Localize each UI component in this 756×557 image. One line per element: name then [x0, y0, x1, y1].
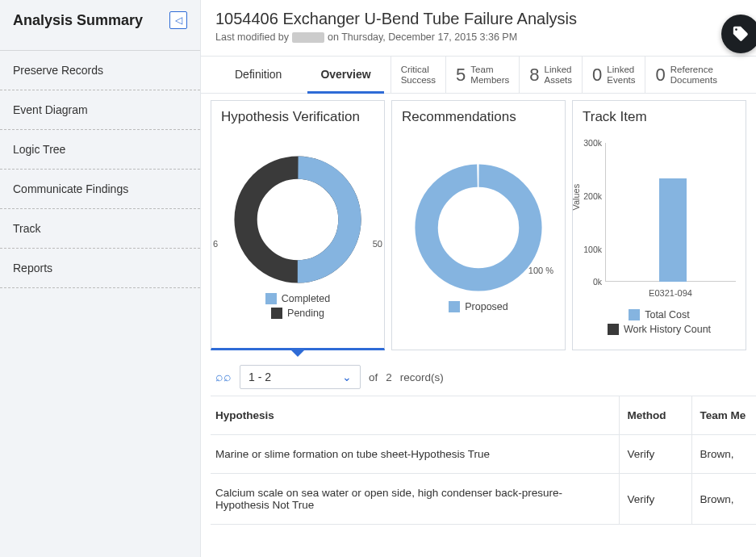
- last-modified-text: Last modified by on Thursday, December 1…: [215, 31, 741, 43]
- cell-hypothesis: Calcium scale on sea water or open side,…: [211, 474, 619, 525]
- swatch-icon: [449, 301, 460, 312]
- collapse-sidebar-button[interactable]: ◁: [169, 11, 187, 29]
- legend-work-history: Work History Count: [608, 324, 711, 335]
- swatch-icon: [608, 324, 619, 335]
- donut-chart-recommendations: [410, 159, 547, 296]
- card-hypothesis-verification[interactable]: Hypothesis Verification 6 50 Completed P…: [211, 100, 385, 350]
- card-title: Hypothesis Verification: [211, 101, 384, 130]
- y-tick: 100k: [583, 245, 602, 254]
- stat-reference-documents[interactable]: 0 Reference Documents: [645, 57, 726, 93]
- sidebar-item-label: Preserve Records: [13, 64, 103, 77]
- sidebar-item-track[interactable]: Track: [0, 209, 200, 249]
- stat-linked-assets[interactable]: 8 Linked Assets: [519, 57, 582, 93]
- tabbar: Definition Overview Critical Success 5 T…: [201, 57, 756, 94]
- sidebar-item-label: Event Diagram: [13, 103, 88, 116]
- legend-pending: Pending: [271, 308, 324, 319]
- table-row[interactable]: Marine or slime formation on tube sheet-…: [211, 435, 756, 474]
- stat-critical-success[interactable]: Critical Success: [391, 57, 445, 93]
- donut-chart-hypothesis: [229, 151, 366, 288]
- cell-method: Verify: [619, 435, 691, 474]
- sidebar-item-preserve-records[interactable]: Preserve Records: [0, 51, 200, 90]
- sidebar-item-logic-tree[interactable]: Logic Tree: [0, 130, 200, 170]
- stat-value: 8: [529, 65, 539, 86]
- cell-method: Verify: [619, 474, 691, 525]
- col-method[interactable]: Method: [619, 396, 691, 435]
- hypothesis-table: Hypothesis Method Team Me Marine or slim…: [211, 396, 756, 525]
- sidebar-item-label: Track: [13, 222, 40, 235]
- card-title: Track Item: [573, 101, 746, 130]
- col-hypothesis[interactable]: Hypothesis: [211, 396, 619, 435]
- svg-point-2: [427, 176, 531, 280]
- tab-label: Definition: [235, 68, 282, 81]
- stat-label: Team Members: [470, 65, 509, 85]
- sidebar: Analysis Summary ◁ Preserve Records Even…: [0, 0, 200, 557]
- stat-label: Critical Success: [401, 65, 436, 85]
- sidebar-item-label: Reports: [13, 262, 52, 274]
- bar-chart-track: Values 300k 200k 100k 0k E0321-094: [583, 143, 736, 304]
- stat-label: Linked Events: [607, 65, 635, 85]
- page-title: 1054406 Exchanger U-Bend Tube Failure An…: [215, 10, 741, 28]
- donut-left-label: 6: [213, 239, 218, 249]
- cell-team: Brown,: [691, 435, 756, 474]
- bar-total-cost: [659, 178, 687, 282]
- page-range-value: 1 - 2: [249, 371, 271, 383]
- stat-linked-events[interactable]: 0 Linked Events: [582, 57, 645, 93]
- legend-total-cost: Total Cost: [629, 309, 690, 320]
- stat-label: Linked Assets: [545, 65, 573, 85]
- sidebar-item-event-diagram[interactable]: Event Diagram: [0, 90, 200, 130]
- x-axis-category: E0321-094: [594, 288, 747, 298]
- filter-icon[interactable]: ⌕⌕: [215, 370, 232, 384]
- swatch-icon: [271, 308, 282, 319]
- col-team[interactable]: Team Me: [691, 396, 756, 435]
- sidebar-item-label: Logic Tree: [13, 143, 65, 156]
- stat-team-members[interactable]: 5 Team Members: [445, 57, 519, 93]
- stat-value: 0: [655, 65, 665, 86]
- page-range-select[interactable]: 1 - 2 ⌄: [240, 365, 361, 389]
- sidebar-item-communicate-findings[interactable]: Communicate Findings: [0, 170, 200, 209]
- card-title: Recommendations: [392, 101, 565, 130]
- main-content: 1054406 Exchanger U-Bend Tube Failure An…: [200, 0, 756, 557]
- y-axis-label: Values: [571, 184, 581, 211]
- tag-badge-button[interactable]: [721, 15, 756, 53]
- legend-proposed: Proposed: [449, 301, 508, 312]
- sidebar-title: Analysis Summary: [13, 12, 143, 29]
- cell-team: Brown,: [691, 474, 756, 525]
- card-track-item[interactable]: Track Item Values 300k 200k 100k 0k E032…: [572, 100, 746, 350]
- chevron-down-icon: ⌄: [342, 371, 352, 383]
- stat-value: 0: [592, 65, 602, 86]
- swatch-icon: [629, 309, 640, 320]
- table-header-row: Hypothesis Method Team Me: [211, 396, 756, 435]
- legend-completed: Completed: [265, 293, 330, 304]
- of-text: of: [369, 371, 378, 383]
- tag-icon: [732, 25, 750, 43]
- card-recommendations[interactable]: Recommendations 100 % Proposed: [391, 100, 566, 350]
- redacted-user: [292, 32, 324, 43]
- cell-hypothesis: Marine or slime formation on tube sheet-…: [211, 435, 619, 474]
- y-tick: 0k: [583, 277, 602, 287]
- sidebar-item-label: Communicate Findings: [13, 182, 128, 195]
- table-row[interactable]: Calcium scale on sea water or open side,…: [211, 474, 756, 525]
- donut-percent-label: 100 %: [528, 266, 553, 275]
- chevron-left-icon: ◁: [175, 15, 182, 26]
- record-count: 2: [386, 371, 392, 383]
- tab-definition[interactable]: Definition: [215, 57, 301, 93]
- donut-right-label: 50: [373, 239, 382, 249]
- tab-label: Overview: [320, 68, 370, 81]
- y-tick: 200k: [583, 191, 602, 201]
- sidebar-item-reports[interactable]: Reports: [0, 249, 200, 288]
- stat-value: 5: [456, 65, 466, 86]
- tab-overview[interactable]: Overview: [301, 57, 390, 93]
- records-text: record(s): [400, 371, 444, 383]
- stat-label: Reference Documents: [670, 65, 717, 85]
- swatch-icon: [265, 293, 277, 304]
- y-tick: 300k: [583, 138, 602, 148]
